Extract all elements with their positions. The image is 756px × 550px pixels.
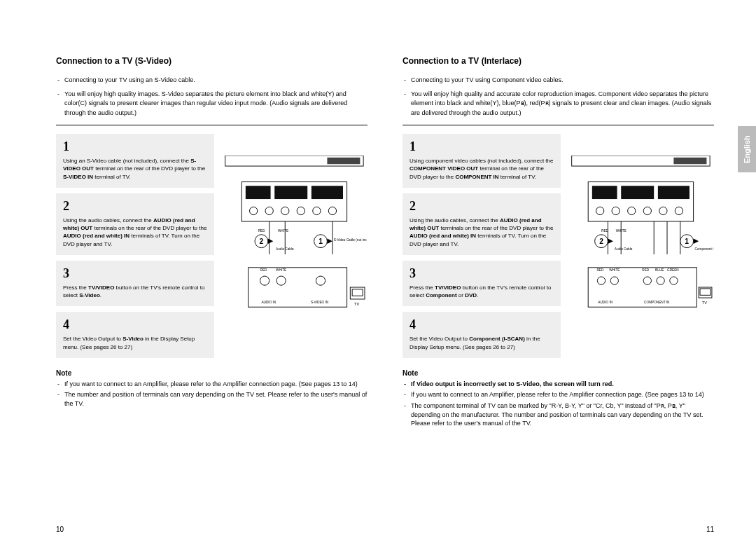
step-1: 1 Using an S-Video cable (not included),…: [56, 134, 214, 188]
svg-point-7: [265, 207, 273, 214]
svg-rect-4: [274, 186, 307, 199]
svg-text:WHITE: WHITE: [609, 268, 620, 272]
notes-right: If Video output is incorrectly set to S-…: [402, 380, 714, 428]
diagram-component: 2 1 Audio Cable Component Cable (not inc…: [568, 134, 714, 316]
svg-rect-5: [312, 186, 343, 199]
svg-rect-3: [246, 186, 271, 199]
note-item: The number and position of terminals can…: [56, 390, 368, 408]
svg-point-26: [316, 276, 326, 285]
svg-text:WHITE: WHITE: [278, 229, 288, 233]
svg-marker-58: [694, 238, 699, 244]
heading-right: Connection to a TV (Interlace): [402, 56, 714, 66]
step-3: 3 Press the TV/VIDEO button on the TV's …: [56, 261, 214, 307]
svg-text:Audio Cable: Audio Cable: [276, 247, 294, 251]
steps-left: 1 Using an S-Video cable (not included),…: [56, 134, 214, 364]
svg-rect-39: [592, 186, 617, 199]
svg-rect-75: [700, 289, 710, 295]
step-3: 3 Press the TV/VIDEO button on the TV's …: [402, 261, 561, 307]
divider: [402, 125, 714, 125]
connection-diagram-icon: 2 1 Audio Cable S-Video Cable (not inclu…: [222, 156, 367, 326]
svg-rect-37: [674, 158, 707, 164]
svg-point-44: [628, 207, 636, 214]
intro-item: You will enjoy high quality images. S-Vi…: [56, 90, 368, 118]
svg-point-46: [659, 207, 667, 214]
step-number: 2: [410, 198, 554, 215]
svg-point-64: [643, 277, 651, 284]
heading-left: Connection to a TV (S-Video): [56, 56, 368, 66]
svg-text:RED: RED: [258, 229, 266, 233]
step-text: Set the Video Output to Component (I-SCA…: [410, 336, 540, 350]
svg-text:AUDIO IN: AUDIO IN: [598, 301, 612, 304]
divider: [56, 125, 368, 125]
svg-marker-55: [608, 238, 614, 244]
svg-text:COMPONENT IN: COMPONENT IN: [644, 301, 669, 304]
intro-item: You will enjoy high quality and accurate…: [402, 90, 714, 118]
svg-point-45: [643, 207, 651, 214]
note-warning: If Video output is incorrectly set to S-…: [402, 380, 714, 389]
svg-text:RED: RED: [260, 268, 268, 272]
svg-point-6: [250, 207, 258, 214]
svg-text:RED: RED: [642, 268, 650, 272]
svg-text:AUDIO IN: AUDIO IN: [262, 301, 276, 304]
note-heading: Note: [56, 369, 368, 377]
page-number-right: 11: [706, 525, 714, 533]
body-left: 1 Using an S-Video cable (not included),…: [56, 134, 368, 364]
manual-spread: Connection to a TV (S-Video) Connecting …: [0, 0, 756, 550]
svg-point-10: [313, 207, 321, 214]
svg-point-65: [657, 277, 664, 284]
svg-text:1: 1: [318, 238, 323, 245]
step-number: 2: [63, 198, 207, 215]
svg-point-25: [276, 276, 286, 285]
svg-text:TV: TV: [702, 301, 707, 305]
svg-point-9: [297, 207, 304, 214]
notes-left: If you want to connect to an Amplifier, …: [56, 380, 368, 408]
svg-text:Component Cable (not included): Component Cable (not included): [695, 247, 713, 251]
svg-text:BLUE: BLUE: [655, 268, 664, 272]
intro-right: Connecting to your TV using Component vi…: [402, 76, 714, 118]
step-text: Press the TV/VIDEO button on the TV's re…: [63, 284, 204, 298]
step-number: 1: [410, 138, 554, 156]
svg-text:S-Video Cable (not included): S-Video Cable (not included): [334, 238, 367, 242]
steps-right: 1 Using component video cables (not incl…: [402, 134, 561, 364]
svg-text:GREEN: GREEN: [667, 268, 679, 272]
svg-point-8: [281, 207, 289, 214]
svg-point-24: [260, 276, 270, 285]
svg-text:RED: RED: [597, 268, 605, 272]
svg-text:WHITE: WHITE: [276, 268, 286, 272]
page-right: Connection to a TV (Interlace) Connectin…: [402, 56, 714, 550]
svg-point-11: [328, 207, 336, 214]
language-tab: English: [738, 126, 756, 172]
diagram-svideo: 2 1 Audio Cable S-Video Cable (not inclu…: [221, 134, 368, 316]
step-number: 4: [63, 316, 207, 334]
intro-item: Connecting to your TV using an S-Video c…: [56, 76, 368, 85]
svg-rect-40: [621, 186, 654, 199]
note-item: The component terminal of TV can be mark…: [402, 401, 714, 428]
svg-rect-1: [328, 158, 360, 164]
step-number: 1: [63, 138, 207, 156]
svg-marker-20: [328, 238, 333, 244]
svg-text:2: 2: [599, 238, 603, 245]
svg-text:WHITE: WHITE: [616, 229, 626, 233]
connection-diagram-icon: 2 1 Audio Cable Component Cable (not inc…: [568, 156, 713, 326]
svg-point-62: [598, 277, 606, 284]
step-text: Set the Video Output to S-Video in the D…: [63, 336, 195, 350]
step-4: 4 Set the Video Output to S-Video in the…: [56, 312, 214, 358]
step-text: Using an S-Video cable (not included), c…: [63, 158, 205, 179]
step-4: 4 Set the Video Output to Component (I-S…: [402, 312, 561, 358]
svg-rect-32: [352, 289, 363, 296]
step-number: 3: [63, 265, 207, 282]
svg-text:Audio Cable: Audio Cable: [615, 247, 633, 251]
svg-point-66: [670, 277, 678, 284]
svg-text:TV: TV: [354, 302, 359, 306]
note-heading: Note: [402, 369, 714, 377]
svg-point-47: [675, 207, 682, 214]
svg-text:1: 1: [685, 238, 690, 245]
svg-rect-41: [658, 186, 690, 199]
step-text: Using component video cables (not includ…: [410, 158, 553, 179]
step-text: Using the audio cables, connect the AUDI…: [63, 217, 206, 247]
svg-text:RED: RED: [601, 229, 609, 233]
svg-marker-17: [268, 238, 274, 244]
note-item: If you want to connect to an Amplifier, …: [402, 390, 714, 399]
step-text: Press the TV/VIDEO button on the TV's re…: [410, 284, 551, 298]
svg-text:S-VIDEO IN: S-VIDEO IN: [311, 301, 328, 304]
